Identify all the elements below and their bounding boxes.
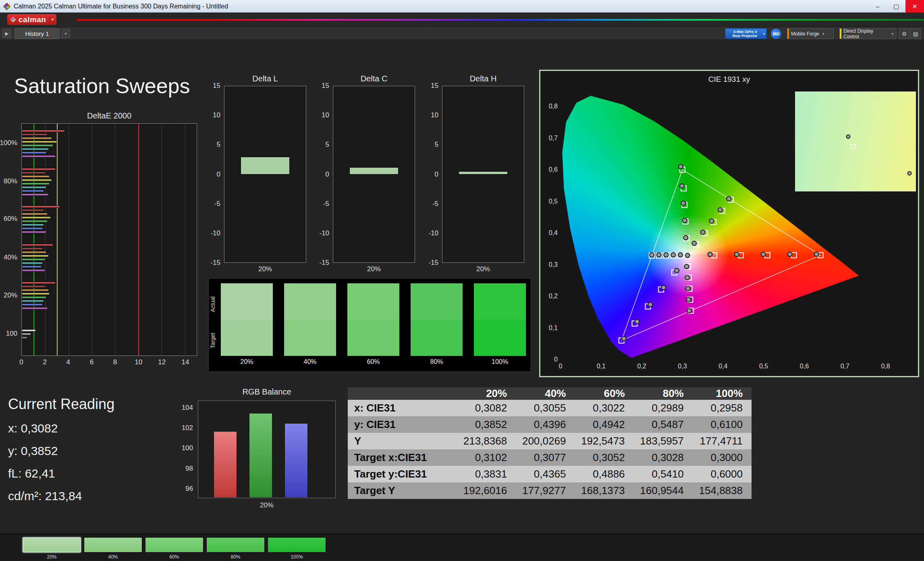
- y-tick-label: 5: [217, 141, 220, 149]
- y-tick-label: -10: [210, 229, 220, 237]
- measured-point: [661, 285, 666, 290]
- deltae-bar: [22, 251, 46, 253]
- gridline: [162, 124, 162, 355]
- x-tick-label: 0,8: [881, 363, 890, 370]
- target-swatch: [474, 320, 526, 356]
- table-cell: 0,3022: [575, 400, 633, 416]
- table-cell: 0,3852: [457, 416, 516, 433]
- saturation-step-button-40%[interactable]: [84, 537, 142, 553]
- table-row: Target Y192,6016177,9277168,1373160,9544…: [348, 482, 752, 499]
- table-cell: 0,3000: [693, 449, 752, 466]
- app-icon: [3, 2, 10, 10]
- table-cell: 0,3831: [457, 466, 516, 482]
- y-tick-label: -10: [428, 229, 438, 237]
- y-tick-label: 0,2: [549, 293, 558, 300]
- display-control-button[interactable]: Direct Display Control ▾: [839, 28, 896, 39]
- y-tick-label: 5: [326, 141, 329, 149]
- red-bar: [214, 431, 237, 498]
- y-tick-label: 0,7: [549, 135, 558, 142]
- saturation-step-button-100%[interactable]: [268, 537, 326, 553]
- reading-x: x: 0,3082: [8, 422, 58, 435]
- measured-point: [683, 235, 688, 240]
- plot-area: [224, 86, 306, 263]
- y-tick-label: 10: [431, 111, 438, 119]
- target-swatch: [347, 320, 399, 356]
- measured-point: [671, 253, 675, 257]
- row-label: Y: [348, 433, 457, 449]
- x-tick-label: 0: [559, 363, 563, 370]
- measured-point: [685, 253, 690, 258]
- minimize-button[interactable]: –: [868, 0, 887, 12]
- deltae-bar: [22, 300, 44, 302]
- layout-button[interactable]: ▤: [910, 28, 921, 39]
- deltae-bar: [22, 141, 57, 143]
- table-cell: 154,8838: [693, 482, 752, 499]
- x-tick-label: 8: [113, 358, 117, 366]
- step-button-label: 100%: [268, 554, 326, 560]
- measured-point: [814, 252, 819, 256]
- measured-point: [727, 197, 731, 201]
- rgb-y-axis: 1041021009896: [174, 401, 195, 498]
- expand-panel-button[interactable]: ▶: [2, 29, 11, 38]
- chevron-down-icon[interactable]: ▾: [50, 16, 55, 23]
- deltae-bar: [22, 296, 46, 299]
- table-cell: 0,2989: [634, 400, 693, 416]
- reading-y: y: 0,3852: [8, 444, 58, 458]
- table-cell: 0,4942: [575, 416, 633, 433]
- source-select-button[interactable]: Mobile Forge ▾: [787, 28, 834, 39]
- y-tick-label: 0,8: [549, 103, 558, 110]
- delta-h-chart: Delta H 151050-5-10-15 20%: [442, 74, 524, 276]
- delta-bar: [459, 171, 507, 174]
- actual-swatch: [474, 283, 526, 320]
- measured-point: [684, 264, 689, 269]
- deltae-bar: [22, 209, 44, 212]
- saturation-step-button-60%[interactable]: [145, 537, 203, 553]
- table-cell: 0,3028: [634, 449, 693, 466]
- deltae-bar: [22, 179, 52, 181]
- cie-y-axis: 00,10,20,30,40,50,60,70,8: [541, 91, 559, 359]
- x-tick-label: 0,7: [841, 363, 849, 370]
- y-tick-label: 20%: [4, 291, 17, 299]
- actual-swatch: [221, 283, 273, 320]
- meter-status-badge[interactable]: 860: [771, 29, 781, 39]
- deltae-chart-title: DeltaE 2000: [21, 111, 197, 121]
- x-tick-label: 12: [158, 358, 166, 366]
- close-button[interactable]: ✕: [905, 0, 924, 12]
- display-accent-bar: [840, 29, 841, 39]
- deltae-bar: [22, 130, 65, 132]
- target-swatch: [284, 320, 336, 356]
- row-label: Target y:CIE31: [348, 466, 457, 482]
- measured-point: [761, 252, 766, 257]
- calman-logo-button[interactable]: calman ▾: [7, 14, 56, 25]
- brand-bar: calman ▾: [0, 12, 924, 27]
- saturation-step-button-80%[interactable]: [206, 537, 265, 553]
- maximize-button[interactable]: ▢: [887, 0, 905, 12]
- measured-point: [692, 241, 696, 245]
- y-tick-label: 96: [185, 485, 193, 493]
- column-header: 40%: [516, 387, 575, 400]
- plot-area: [333, 86, 415, 263]
- deltae-bar: [22, 193, 49, 196]
- swatch-label: 80%: [411, 358, 463, 366]
- reference-line: [138, 124, 139, 355]
- measured-point: [664, 253, 668, 257]
- column-header: 60%: [575, 387, 633, 400]
- deltae-bar: [22, 329, 36, 332]
- inset-measured-point: [907, 171, 912, 175]
- add-tab-button[interactable]: +: [61, 29, 70, 38]
- saturation-swatch: 60%: [347, 283, 399, 356]
- measured-point: [648, 302, 652, 307]
- meter-select-button[interactable]: X-Rite i1Pro 3 Rear Projector ▾: [725, 28, 767, 39]
- layout-icon: ▤: [913, 31, 918, 37]
- tab-history-1[interactable]: History 1: [15, 28, 60, 39]
- y-tick-label: 60%: [4, 215, 17, 223]
- settings-gear-button[interactable]: ⚙: [899, 28, 909, 39]
- deltae-bar: [22, 333, 31, 335]
- y-tick-label: 5: [435, 141, 438, 149]
- table-cell: 168,1373: [575, 482, 633, 499]
- rainbow-divider: [77, 19, 924, 21]
- y-tick-label: 104: [182, 404, 193, 412]
- deltae-bar: [22, 227, 43, 230]
- x-tick-label: 6: [90, 358, 93, 366]
- saturation-step-button-20%[interactable]: [23, 537, 81, 553]
